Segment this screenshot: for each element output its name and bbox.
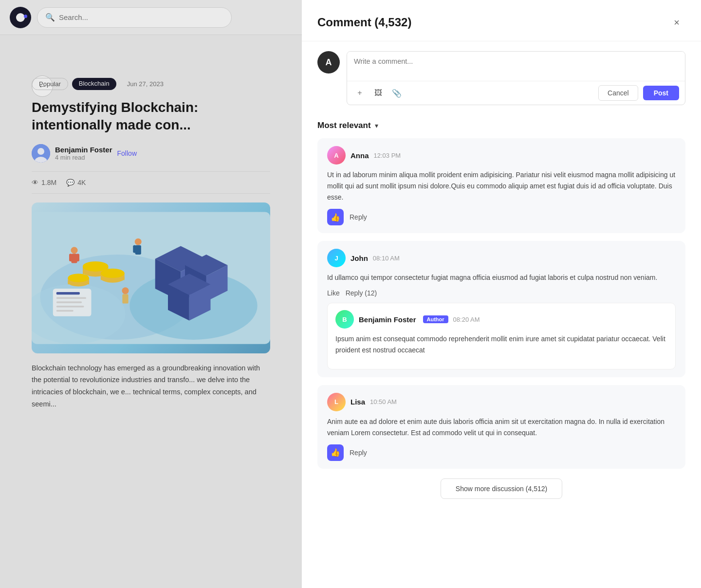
svg-point-32 [122, 287, 129, 294]
like-button[interactable]: 👍 [327, 444, 344, 461]
svg-rect-35 [56, 292, 80, 294]
current-user-avatar: A [317, 51, 340, 74]
tag-blockchain[interactable]: Blockchain [72, 78, 116, 90]
svg-rect-26 [71, 254, 77, 263]
author-avatar [32, 144, 50, 163]
reply-button[interactable]: Reply [350, 213, 367, 221]
commenter-name: Anna [350, 151, 369, 160]
svg-rect-31 [133, 245, 136, 253]
show-more-button[interactable]: Show more discussion (4,512) [441, 478, 562, 499]
comment-time: 10:50 AM [370, 398, 397, 405]
commenter-avatar: A [327, 146, 346, 165]
svg-point-29 [135, 238, 142, 245]
comment-header: J John 08:10 AM [327, 249, 676, 267]
tag-list: Popular Blockchain Jun 27, 2023 [32, 78, 270, 90]
add-icon[interactable]: + [353, 86, 367, 100]
svg-rect-30 [135, 245, 141, 254]
svg-point-21 [68, 274, 89, 282]
comment-time: 12:03 PM [374, 152, 401, 159]
author-info: Benjamin Foster 4 min read [55, 146, 112, 161]
comment-actions: Like Reply (12) [327, 289, 676, 297]
comments-count: 4K [77, 179, 86, 186]
views-count: 1.8M [41, 179, 56, 186]
commenter-avatar: J [327, 249, 346, 267]
post-button[interactable]: Post [643, 86, 679, 100]
comment-card: L Lisa 10:50 AM Anim aute ea ad dolore e… [317, 385, 685, 469]
image-icon[interactable]: 🖼 [371, 86, 385, 100]
sort-row: Most relevant ▾ [302, 115, 701, 138]
comment-actions: 👍 Reply [327, 444, 676, 461]
like-text-button[interactable]: Like [327, 289, 340, 297]
reply-button[interactable]: Reply [350, 449, 367, 457]
comment-text: Ut in ad laborum minim aliqua mollit pro… [327, 169, 676, 203]
reply-avatar: B [335, 310, 354, 329]
svg-point-25 [71, 247, 78, 254]
comment-textarea[interactable] [347, 52, 685, 79]
svg-rect-37 [56, 301, 82, 303]
reply-count-button[interactable]: Reply (12) [346, 289, 377, 297]
comment-toolbar: + 🖼 📎 Cancel Post [347, 81, 685, 105]
sort-chevron-icon[interactable]: ▾ [375, 122, 378, 129]
article-content: Popular Blockchain Jun 27, 2023 Demystif… [0, 49, 302, 429]
comment-card: A Anna 12:03 PM Ut in ad laborum minim a… [317, 138, 685, 233]
comment-actions: 👍 Reply [327, 209, 676, 225]
comment-input-area: A + 🖼 📎 Cancel Post [302, 41, 701, 115]
comments-icon: 💬 [66, 179, 74, 186]
commenter-name: Lisa [350, 398, 365, 406]
attach-icon[interactable]: 📎 [390, 86, 404, 100]
svg-point-1 [37, 148, 44, 155]
header: 🔍 [0, 0, 302, 35]
commenter-avatar: L [327, 393, 346, 411]
author-name: Benjamin Foster [55, 146, 112, 154]
stats-row: 👁 1.8M 💬 4K [32, 171, 270, 194]
comment-header: L Lisa 10:50 AM [327, 393, 676, 411]
tag-popular[interactable]: Popular [32, 78, 68, 90]
search-input[interactable] [59, 13, 223, 21]
svg-rect-27 [69, 254, 72, 261]
like-button[interactable]: 👍 [327, 209, 344, 225]
comments-panel: Comment (4,532) × A + 🖼 📎 Cancel Post Mo… [302, 0, 701, 588]
sort-label: Most relevant [317, 121, 371, 130]
reply-text: Ipsum anim est consequat commodo reprehe… [335, 333, 667, 356]
reply-card: B Benjamin Foster Author 08:20 AM Ipsum … [327, 303, 676, 369]
views-icon: 👁 [32, 179, 38, 186]
close-button[interactable]: × [668, 14, 685, 31]
views-stat: 👁 1.8M [32, 179, 56, 186]
comments-list: A Anna 12:03 PM Ut in ad laborum minim a… [302, 138, 701, 588]
comment-header: A Anna 12:03 PM [327, 146, 676, 165]
svg-rect-36 [56, 297, 86, 299]
comments-header: Comment (4,532) × [302, 0, 701, 41]
svg-rect-28 [76, 254, 79, 261]
comment-card: J John 08:10 AM Id ullamco qui tempor co… [317, 241, 685, 377]
search-icon: 🔍 [45, 13, 55, 22]
article-date: Jun 27, 2023 [120, 78, 170, 90]
comment-text: Id ullamco qui tempor consectetur fugiat… [327, 272, 676, 283]
reply-name: Benjamin Foster [359, 315, 416, 324]
svg-rect-33 [122, 294, 128, 303]
article-panel: 🔍 ← Popular Blockchain Jun 27, 2023 Demy… [0, 0, 302, 588]
comment-time: 08:10 AM [373, 255, 400, 262]
follow-button[interactable]: Follow [117, 149, 137, 157]
comment-input-wrapper: + 🖼 📎 Cancel Post [347, 51, 685, 105]
article-image [32, 202, 270, 353]
commenter-name: John [350, 254, 368, 262]
article-title: Demystifying Blockchain: intentionally m… [32, 99, 270, 134]
search-bar[interactable]: 🔍 [37, 7, 232, 28]
svg-rect-39 [56, 310, 74, 312]
article-body: Blockchain technology has emerged as a g… [32, 362, 270, 410]
svg-rect-38 [56, 306, 84, 308]
comments-title: Comment (4,532) [317, 16, 411, 29]
reply-header: B Benjamin Foster Author 08:20 AM [335, 310, 667, 329]
reply-time: 08:20 AM [453, 316, 480, 323]
comment-text: Anim aute ea ad dolore et enim aute duis… [327, 416, 676, 439]
logo [10, 7, 31, 28]
comments-stat: 💬 4K [66, 179, 86, 186]
cancel-button[interactable]: Cancel [598, 85, 638, 101]
svg-point-24 [101, 269, 125, 278]
author-row: Benjamin Foster 4 min read Follow [32, 144, 270, 163]
read-time: 4 min read [55, 154, 112, 161]
author-badge: Author [423, 315, 448, 323]
